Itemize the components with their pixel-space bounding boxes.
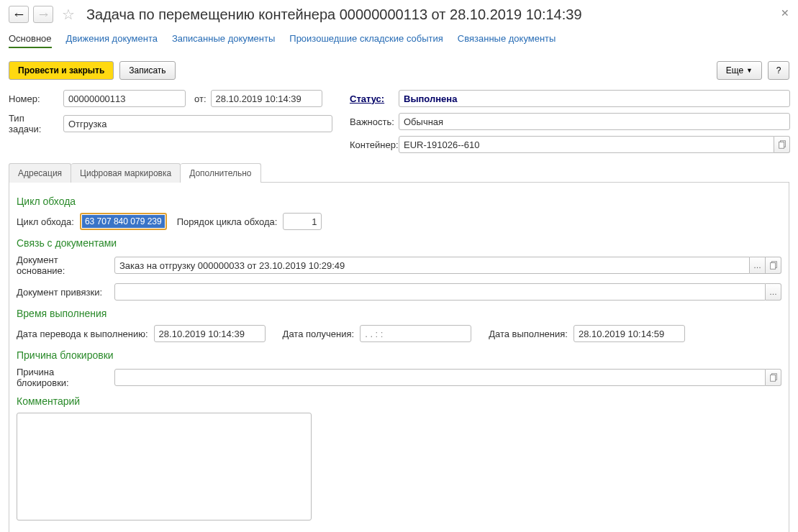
tab-main[interactable]: Основное (9, 33, 52, 48)
container-field[interactable]: EUR-191026--610 (399, 136, 774, 153)
received-label: Дата получения: (283, 329, 355, 339)
tab-events[interactable]: Произошедшие складские события (289, 33, 443, 48)
to-exec-field[interactable]: 28.10.2019 10:14:39 (154, 325, 266, 342)
block-reason-label: Причина блокировки: (17, 367, 109, 388)
more-button-label: Еще (726, 65, 743, 75)
attach-doc-lookup-icon[interactable]: … (766, 283, 781, 301)
svg-rect-1 (779, 142, 784, 149)
tab-related[interactable]: Связанные документы (458, 33, 556, 48)
tab-additional[interactable]: Дополнительно (181, 163, 260, 183)
task-type-field[interactable]: Отгрузка (63, 115, 332, 132)
base-doc-field[interactable]: Заказ на отгрузку 000000033 от 23.10.201… (114, 257, 750, 274)
status-field[interactable]: Выполнена (399, 90, 790, 107)
attach-doc-field[interactable] (114, 283, 766, 301)
attach-doc-label: Документ привязки: (17, 287, 109, 298)
task-type-label: Тип задачи: (9, 113, 59, 134)
help-button[interactable]: ? (768, 61, 789, 80)
cycle-field[interactable]: 63 707 840 079 239 (80, 213, 167, 230)
time-section-title: Время выполнения (17, 308, 781, 319)
header-form: Номер: 00000000113 от: 28.10.2019 10:14:… (9, 90, 789, 153)
cycle-value: 63 707 840 079 239 (82, 215, 165, 228)
base-doc-open-icon[interactable] (766, 257, 781, 274)
cycle-order-field[interactable]: 1 (283, 213, 322, 230)
window: 🡐 🡒 ☆ Задача по перемещению контейнера 0… (0, 0, 798, 532)
header-col-left: Номер: 00000000113 от: 28.10.2019 10:14:… (9, 90, 332, 153)
save-button[interactable]: Записать (119, 61, 175, 80)
svg-rect-5 (770, 375, 775, 382)
container-label: Контейнер: (350, 139, 394, 150)
cycle-label: Цикл обхода: (17, 216, 74, 227)
status-label: Статус: (350, 93, 394, 104)
priority-field[interactable]: Обычная (399, 113, 790, 130)
more-button[interactable]: Еще ▼ (717, 61, 762, 80)
from-field[interactable]: 28.10.2019 10:14:39 (211, 90, 322, 107)
container-open-icon[interactable] (774, 136, 790, 153)
base-doc-lookup-icon[interactable]: … (750, 257, 766, 274)
top-bar: 🡐 🡒 ☆ Задача по перемещению контейнера 0… (9, 6, 789, 23)
block-reason-open-icon[interactable] (766, 369, 781, 386)
tab-additional-content: Цикл обхода Цикл обхода: 63 707 840 079 … (9, 183, 789, 532)
close-icon[interactable]: ✕ (781, 7, 789, 19)
block-reason-field[interactable] (114, 369, 766, 386)
favorite-star-icon[interactable]: ☆ (60, 6, 76, 22)
back-button[interactable]: 🡐 (9, 6, 29, 23)
links-section-title: Связь с документами (17, 237, 781, 249)
inner-tabs: Адресация Цифровая маркировка Дополнител… (9, 163, 789, 183)
toolbar: Провести и закрыть Записать Еще ▼ ? (9, 61, 789, 80)
done-label: Дата выполнения: (489, 329, 568, 339)
tab-recorded[interactable]: Записанные документы (172, 33, 275, 48)
done-field[interactable]: 28.10.2019 10:14:59 (573, 325, 685, 342)
comment-section-title: Комментарий (17, 395, 781, 407)
cycle-section-title: Цикл обхода (17, 196, 781, 207)
priority-label: Важность: (350, 116, 394, 127)
received-field[interactable]: . . : : (360, 325, 471, 342)
forward-button[interactable]: 🡒 (33, 6, 53, 23)
from-label: от: (194, 93, 207, 104)
nav-links: Основное Движения документа Записанные д… (9, 30, 789, 61)
tab-addressing[interactable]: Адресация (9, 163, 71, 183)
base-doc-label: Документ основание: (17, 254, 109, 276)
post-and-close-button[interactable]: Провести и закрыть (9, 61, 114, 80)
page-title: Задача по перемещению контейнера 0000000… (86, 6, 582, 23)
svg-rect-3 (770, 263, 775, 270)
tab-movements[interactable]: Движения документа (66, 33, 158, 48)
number-label: Номер: (9, 93, 59, 104)
tab-marking[interactable]: Цифровая маркировка (71, 163, 181, 183)
block-section-title: Причина блокировки (17, 349, 781, 361)
cycle-order-label: Порядок цикла обхода: (177, 216, 278, 227)
chevron-down-icon: ▼ (746, 67, 753, 74)
header-col-mid: Статус: Выполнена Важность: Обычная Конт… (350, 90, 790, 153)
to-exec-label: Дата перевода к выполнению: (17, 329, 148, 339)
container-group: EUR-191026--610 (399, 136, 790, 153)
number-field[interactable]: 00000000113 (63, 90, 186, 107)
comment-textarea[interactable] (17, 413, 312, 520)
